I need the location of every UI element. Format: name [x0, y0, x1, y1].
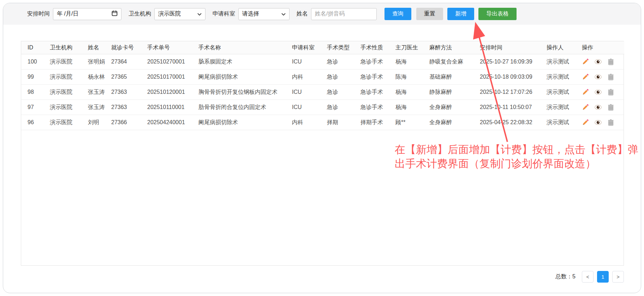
cell-nature: 择期手术: [354, 115, 389, 130]
cell-org: 演示医院: [43, 115, 82, 130]
edit-pencil-icon[interactable]: [582, 104, 589, 111]
cell-operator: 演示测试: [540, 85, 576, 100]
name-label: 姓名: [297, 10, 308, 18]
calendar-icon[interactable]: [112, 10, 118, 18]
col-schedule-time: 安排时间: [473, 41, 540, 54]
edit-pencil-icon[interactable]: [582, 119, 589, 126]
delete-trash-icon[interactable]: [607, 104, 614, 111]
cell-surgery-name: 胸骨骨折切开复位钢板内固定术: [192, 85, 286, 100]
cell-nature: 急诊手术: [354, 85, 389, 100]
edit-pencil-icon[interactable]: [582, 58, 589, 65]
row-actions: [582, 104, 624, 111]
next-page-button[interactable]: >: [612, 271, 624, 283]
view-eye-icon[interactable]: [595, 58, 602, 65]
annotation-line-1: 在【新增】后面增加【计费】按钮，点击【计费】弹: [395, 143, 644, 157]
cell-type: 急诊: [321, 85, 354, 100]
chevron-down-icon: [197, 11, 202, 17]
col-type: 手术类型: [321, 41, 354, 54]
schedule-time-filter: 安排时间 年 /月/日: [27, 8, 121, 20]
cell-anesthesia: 静吸复合全麻: [423, 54, 473, 70]
cell-type: 急诊: [321, 100, 354, 115]
cell-surgery-name: 肋骨骨折闭合复位内固定术: [192, 100, 286, 115]
query-button[interactable]: 查询: [384, 8, 411, 20]
cell-schedule-time: 2025-10-27 16:09:39: [473, 54, 540, 70]
table-row: 98 演示医院 张玉涛 27363 202510120001 胸骨骨折切开复位钢…: [21, 85, 624, 100]
cell-anesthesia: 全身麻醉: [423, 100, 473, 115]
cell-name: 杨永林: [82, 70, 105, 85]
cell-org: 演示医院: [43, 54, 82, 70]
reset-button[interactable]: 重置: [416, 8, 443, 20]
cell-dept: ICU: [286, 54, 321, 70]
cell-order-no: 202510110001: [141, 100, 192, 115]
cell-org: 演示医院: [43, 85, 82, 100]
edit-pencil-icon[interactable]: [582, 89, 589, 96]
cell-card: 27363: [105, 85, 141, 100]
delete-trash-icon[interactable]: [607, 73, 614, 80]
cell-schedule-time: 2025-10-11 10:50:07: [473, 100, 540, 115]
cell-operator: 演示测试: [540, 70, 576, 85]
surgery-table: ID 卫生机构 姓名 就诊卡号 手术单号 手术名称 申请科室 手术类型 手术性质…: [21, 41, 624, 130]
cell-type: 急诊: [321, 70, 354, 85]
cell-surgeon: 顾**: [389, 115, 423, 130]
row-actions: [582, 89, 624, 96]
total-count-value: 5: [572, 273, 576, 279]
row-actions: [582, 119, 624, 126]
cell-dept: 内科: [286, 70, 321, 85]
cell-nature: 急诊手术: [354, 54, 389, 70]
cell-nature: 急诊手术: [354, 100, 389, 115]
view-eye-icon[interactable]: [595, 73, 602, 80]
col-surgery-name: 手术名称: [192, 41, 286, 54]
name-input-placeholder: 姓名/拼音码: [315, 10, 345, 18]
cell-id: 99: [21, 70, 43, 85]
cell-id: 100: [21, 54, 43, 70]
col-actions: 操作: [576, 41, 624, 54]
cell-order-no: 202510270001: [141, 54, 192, 70]
dept-select[interactable]: 请选择: [238, 8, 290, 20]
cell-card: 27363: [105, 100, 141, 115]
cell-surgery-name: 肠系膜固定术: [192, 54, 286, 70]
edit-pencil-icon[interactable]: [582, 73, 589, 80]
cell-operator: 演示测试: [540, 100, 576, 115]
cell-operator: 演示测试: [540, 54, 576, 70]
cell-id: 98: [21, 85, 43, 100]
cell-id: 96: [21, 115, 43, 130]
delete-trash-icon[interactable]: [607, 119, 614, 126]
cell-name: 张玉涛: [82, 100, 105, 115]
cell-surgeon: 杨海: [389, 100, 423, 115]
cell-surgery-name: 阑尾病损切除术: [192, 115, 286, 130]
dept-select-value: 请选择: [242, 10, 259, 18]
cell-schedule-time: 2025-10-18 09:03:09: [473, 70, 540, 85]
col-name: 姓名: [82, 41, 105, 54]
dept-label: 申请科室: [213, 10, 235, 18]
org-select[interactable]: 演示医院: [154, 8, 205, 20]
view-eye-icon[interactable]: [595, 89, 602, 96]
cell-name: 张玉涛: [82, 85, 105, 100]
chevron-down-icon: [281, 11, 286, 17]
col-nature: 手术性质: [354, 41, 389, 54]
cell-schedule-time: 2025-10-12 17:07:26: [473, 85, 540, 100]
col-org: 卫生机构: [43, 41, 82, 54]
cell-name: 张明娟: [82, 54, 105, 70]
org-filter: 卫生机构 演示医院: [129, 8, 205, 20]
delete-trash-icon[interactable]: [607, 89, 614, 96]
schedule-date-input[interactable]: 年 /月/日: [53, 8, 121, 20]
annotation-note: 在【新增】后面增加【计费】按钮，点击【计费】弹 出手术计费界面（复制门诊划价界面…: [395, 143, 644, 171]
cell-id: 97: [21, 100, 43, 115]
col-anesthesia: 麻醉方法: [423, 41, 473, 54]
page-number-1[interactable]: 1: [597, 271, 609, 283]
row-actions: [582, 73, 624, 80]
annotation-line-2: 出手术计费界面（复制门诊划价界面改造）: [395, 157, 644, 171]
view-eye-icon[interactable]: [595, 119, 602, 126]
date-input-value: 年 /月/日: [57, 10, 78, 18]
prev-page-button[interactable]: <: [582, 271, 594, 283]
export-button[interactable]: 导出表格: [478, 8, 517, 20]
cell-surgeon: 杨海: [389, 54, 423, 70]
table-row: 99 演示医院 杨永林 27365 202510170001 阑尾病损切除术 内…: [21, 70, 624, 85]
delete-trash-icon[interactable]: [607, 58, 614, 65]
name-input[interactable]: 姓名/拼音码: [311, 8, 377, 20]
view-eye-icon[interactable]: [595, 104, 602, 111]
add-button[interactable]: 新增: [447, 8, 474, 20]
cell-order-no: 202510170001: [141, 70, 192, 85]
cell-name: 刘明: [82, 115, 105, 130]
cell-card: 27365: [105, 70, 141, 85]
